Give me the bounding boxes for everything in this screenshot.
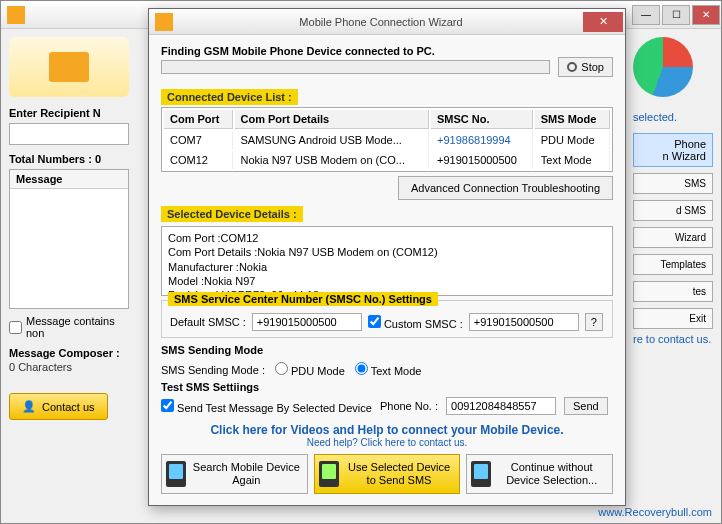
footer-url[interactable]: www.Recoverybull.com — [598, 506, 712, 518]
smsc-settings-label: SMS Service Center Number (SMSC No.) Set… — [168, 292, 438, 306]
smsc-settings: SMS Service Center Number (SMSC No.) Set… — [161, 300, 613, 338]
col-mode[interactable]: SMS Mode — [535, 110, 610, 129]
selected-device-label: Selected Device Details : — [161, 206, 303, 222]
table-row[interactable]: COM12 Nokia N97 USB Modem on (CO... +919… — [164, 151, 610, 169]
app-logo — [9, 37, 129, 97]
phone-skip-icon — [471, 461, 491, 487]
sending-mode-header: SMS Sending Mode — [161, 344, 613, 356]
dsms-button[interactable]: d SMS — [633, 200, 713, 221]
connected-device-label: Connected Device List : — [161, 89, 298, 105]
custom-smsc-input[interactable] — [469, 313, 579, 331]
person-icon: 👤 — [22, 400, 36, 413]
sending-mode-label: SMS Sending Mode : — [161, 364, 265, 376]
phone-no-input[interactable] — [446, 397, 556, 415]
recipient-input[interactable] — [9, 123, 129, 145]
phone-wizard-button[interactable]: Phonen Wizard — [633, 133, 713, 167]
test-sms-header: Test SMS Settiings — [161, 381, 613, 393]
wizard-button[interactable]: Wizard — [633, 227, 713, 248]
modal-app-icon — [155, 13, 173, 31]
message-contains-check[interactable] — [9, 321, 22, 334]
total-numbers: Total Numbers : 0 — [9, 153, 129, 165]
composer-label: Message Composer : — [9, 347, 129, 359]
pie-chart-icon — [633, 37, 693, 97]
sms-button[interactable]: SMS — [633, 173, 713, 194]
search-again-button[interactable]: Search Mobile Device Again — [161, 454, 308, 494]
pdu-mode-radio[interactable]: PDU Mode — [275, 362, 345, 377]
selected-link[interactable]: selected. — [633, 107, 713, 127]
help-videos-link[interactable]: Click here for Videos and Help to connec… — [161, 423, 613, 437]
text-mode-radio[interactable]: Text Mode — [355, 362, 422, 377]
send-button[interactable]: Send — [564, 397, 608, 415]
char-count: 0 Characters — [9, 361, 129, 373]
modal-close-button[interactable]: ✕ — [583, 12, 623, 32]
close-button[interactable]: ✕ — [692, 5, 720, 25]
stop-icon — [567, 62, 577, 72]
phone-check-icon — [319, 461, 339, 487]
device-table: Com Port Com Port Details SMSC No. SMS M… — [161, 107, 613, 172]
message-header: Message — [10, 170, 128, 189]
templates-button[interactable]: Templates — [633, 254, 713, 275]
recipient-label: Enter Recipient N — [9, 107, 129, 119]
col-details[interactable]: Com Port Details — [235, 110, 430, 129]
modal-title: Mobile Phone Connection Wizard — [179, 16, 583, 28]
contact-us-button[interactable]: 👤 Contact us — [9, 393, 108, 420]
stop-button[interactable]: Stop — [558, 57, 613, 77]
col-smsc[interactable]: SMSC No. — [431, 110, 533, 129]
phone-search-icon — [166, 461, 186, 487]
tes-button[interactable]: tes — [633, 281, 713, 302]
message-list: Message — [9, 169, 129, 309]
continue-without-button[interactable]: Continue without Device Selection... — [466, 454, 613, 494]
exit-button[interactable]: Exit — [633, 308, 713, 329]
app-icon — [7, 6, 25, 24]
advanced-troubleshooting-button[interactable]: Advanced Connection Troubleshooting — [398, 176, 613, 200]
default-smsc-label: Default SMSC : — [170, 316, 246, 328]
need-help-link[interactable]: Need help? Click here to contact us. — [161, 437, 613, 448]
device-details: Com Port :COM12 Com Port Details :Nokia … — [161, 226, 613, 296]
modal-titlebar: Mobile Phone Connection Wizard ✕ — [149, 9, 625, 35]
minimize-button[interactable]: — — [632, 5, 660, 25]
send-test-checkbox[interactable]: Send Test Message By Selected Device — [161, 399, 372, 414]
contact-link[interactable]: re to contact us. — [633, 329, 713, 349]
col-port[interactable]: Com Port — [164, 110, 233, 129]
table-row[interactable]: COM7 SAMSUNG Android USB Mode... +919868… — [164, 131, 610, 149]
message-contains-checkbox[interactable]: Message contains non — [9, 315, 129, 339]
phone-no-label: Phone No. : — [380, 400, 438, 412]
default-smsc-input[interactable] — [252, 313, 362, 331]
progress-bar — [161, 60, 550, 74]
finding-label: Finding GSM Mobile Phone Device connecte… — [161, 45, 613, 57]
maximize-button[interactable]: ☐ — [662, 5, 690, 25]
custom-smsc-checkbox[interactable]: Custom SMSC : — [368, 315, 463, 330]
smsc-help-button[interactable]: ? — [585, 313, 603, 331]
connection-wizard-dialog: Mobile Phone Connection Wizard ✕ Finding… — [148, 8, 626, 506]
use-selected-device-button[interactable]: Use Selected Device to Send SMS — [314, 454, 461, 494]
